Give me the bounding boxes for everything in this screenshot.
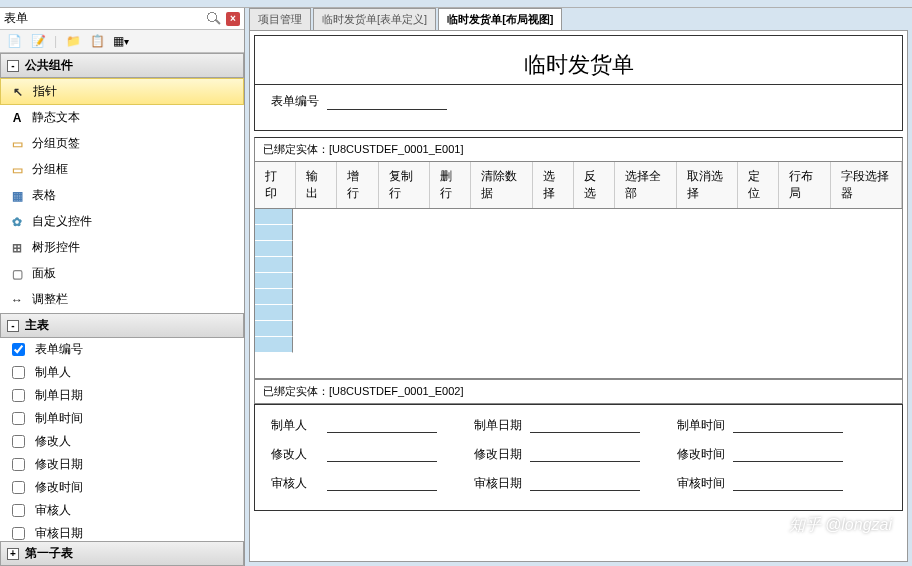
tab[interactable]: 临时发货单[布局视图]	[438, 8, 562, 30]
component-item[interactable]: ⊞树形控件	[0, 235, 244, 261]
bound-entity-2: 已绑定实体：[U8CUSTDEF_0001_E002]	[254, 379, 903, 404]
grid-toolbar-button[interactable]: 字段选择器	[831, 162, 903, 208]
design-canvas: 临时发货单 表单编号 已绑定实体：[U8CUSTDEF_0001_E001] 打…	[249, 30, 908, 562]
grid-row-header[interactable]	[255, 273, 293, 289]
component-label: 指针	[33, 83, 57, 100]
field-label: 修改日期	[35, 456, 83, 473]
component-label: 树形控件	[32, 239, 80, 256]
field-checkbox[interactable]	[12, 481, 25, 494]
detail-field: 审核时间	[677, 475, 880, 492]
grid-row-header[interactable]	[255, 241, 293, 257]
grid-toolbar-button[interactable]: 删行	[430, 162, 471, 208]
detail-field-input[interactable]	[733, 477, 843, 491]
field-checkbox[interactable]	[12, 504, 25, 517]
component-item[interactable]: ↖指针	[0, 78, 244, 105]
grid-row-header[interactable]	[255, 289, 293, 305]
detail-field-input[interactable]	[327, 419, 437, 433]
detail-field: 审核人	[271, 475, 474, 492]
component-item[interactable]: ▭分组框	[0, 157, 244, 183]
component-label: 分组框	[32, 161, 68, 178]
folder-icon[interactable]: 📁	[65, 33, 81, 49]
close-panel-icon[interactable]: ×	[226, 12, 240, 26]
tab[interactable]: 项目管理	[249, 8, 311, 30]
section-childtable-header[interactable]: + 第一子表	[0, 541, 244, 566]
right-panel: 项目管理临时发货单[表单定义]临时发货单[布局视图] 临时发货单 表单编号 已绑…	[245, 8, 912, 566]
edit-icon[interactable]: 📝	[30, 33, 46, 49]
component-item[interactable]: ▢面板	[0, 261, 244, 287]
detail-field-input[interactable]	[327, 448, 437, 462]
grid-toolbar-button[interactable]: 行布局	[779, 162, 830, 208]
form-field-input[interactable]	[327, 94, 447, 110]
detail-field-label: 制单时间	[677, 417, 733, 434]
copy-icon[interactable]: 📋	[89, 33, 105, 49]
component-label: 静态文本	[32, 109, 80, 126]
grid-row-header[interactable]	[255, 225, 293, 241]
detail-field-input[interactable]	[733, 419, 843, 433]
detail-field-label: 修改时间	[677, 446, 733, 463]
detail-field-input[interactable]	[530, 448, 640, 462]
grid-toolbar-button[interactable]: 取消选择	[677, 162, 738, 208]
grid-toolbar-button[interactable]: 清除数据	[471, 162, 532, 208]
detail-field-label: 审核日期	[474, 475, 530, 492]
grid-row-headers	[255, 209, 293, 378]
detail-fields-area: 制单人制单日期制单时间修改人修改日期修改时间审核人审核日期审核时间	[254, 404, 903, 511]
field-item: 修改日期	[0, 453, 244, 476]
detail-field-input[interactable]	[530, 477, 640, 491]
field-checkbox[interactable]	[12, 435, 25, 448]
field-checkbox[interactable]	[12, 458, 25, 471]
detail-field-label: 修改日期	[474, 446, 530, 463]
field-label: 审核人	[35, 502, 71, 519]
detail-field-input[interactable]	[327, 477, 437, 491]
grid-row-header[interactable]	[255, 337, 293, 353]
detail-field-input[interactable]	[733, 448, 843, 462]
field-checkbox[interactable]	[12, 366, 25, 379]
left-panel-title: 表单	[4, 10, 206, 27]
collapse-icon[interactable]: -	[7, 320, 19, 332]
tab[interactable]: 临时发货单[表单定义]	[313, 8, 436, 30]
grid-toolbar-button[interactable]: 增行	[337, 162, 378, 208]
grid-toolbar-button[interactable]: 选择全部	[615, 162, 676, 208]
grid-toolbar-button[interactable]: 输出	[296, 162, 337, 208]
table-icon[interactable]: ▦▾	[113, 33, 129, 49]
grid-toolbar-button[interactable]: 反选	[574, 162, 615, 208]
component-icon: ✿	[8, 215, 26, 229]
field-checkbox[interactable]	[12, 389, 25, 402]
detail-field: 修改日期	[474, 446, 677, 463]
field-checkbox[interactable]	[12, 343, 25, 356]
field-checkbox[interactable]	[12, 527, 25, 540]
field-label: 修改人	[35, 433, 71, 450]
component-item[interactable]: ▭分组页签	[0, 131, 244, 157]
grid-content[interactable]	[293, 209, 902, 378]
detail-field-label: 制单日期	[474, 417, 530, 434]
component-item[interactable]: A静态文本	[0, 105, 244, 131]
collapse-icon[interactable]: -	[7, 60, 19, 72]
component-icon: ▭	[8, 137, 26, 151]
grid-toolbar-button[interactable]: 定位	[738, 162, 779, 208]
field-label: 制单人	[35, 364, 71, 381]
left-toolbar: 📄 📝 | 📁 📋 ▦▾	[0, 30, 244, 53]
grid-row-header[interactable]	[255, 321, 293, 337]
detail-field: 制单时间	[677, 417, 880, 434]
expand-icon[interactable]: +	[7, 548, 19, 560]
detail-field-input[interactable]	[530, 419, 640, 433]
grid-row-header[interactable]	[255, 305, 293, 321]
grid-toolbar: 打印输出增行复制行删行清除数据选择反选选择全部取消选择定位行布局字段选择器	[254, 162, 903, 209]
section-components-header[interactable]: - 公共组件	[0, 53, 244, 78]
component-item[interactable]: ↔调整栏	[0, 287, 244, 313]
grid-row-header[interactable]	[255, 257, 293, 273]
new-icon[interactable]: 📄	[6, 33, 22, 49]
grid-toolbar-button[interactable]: 选择	[533, 162, 574, 208]
field-label: 制单时间	[35, 410, 83, 427]
grid-row-header[interactable]	[255, 209, 293, 225]
left-panel: 表单 × 📄 📝 | 📁 📋 ▦▾ - 公共组件 ↖指针A静态文本▭分组页签▭分…	[0, 8, 245, 566]
section-maintable-title: 主表	[25, 317, 49, 334]
grid-toolbar-button[interactable]: 复制行	[379, 162, 430, 208]
grid-toolbar-button[interactable]: 打印	[255, 162, 296, 208]
section-maintable-header[interactable]: - 主表	[0, 313, 244, 338]
component-item[interactable]: ▦表格	[0, 183, 244, 209]
search-icon[interactable]	[206, 11, 222, 27]
component-item[interactable]: ✿自定义控件	[0, 209, 244, 235]
form-title-box: 临时发货单 表单编号	[254, 35, 903, 131]
component-icon: ⊞	[8, 241, 26, 255]
field-checkbox[interactable]	[12, 412, 25, 425]
